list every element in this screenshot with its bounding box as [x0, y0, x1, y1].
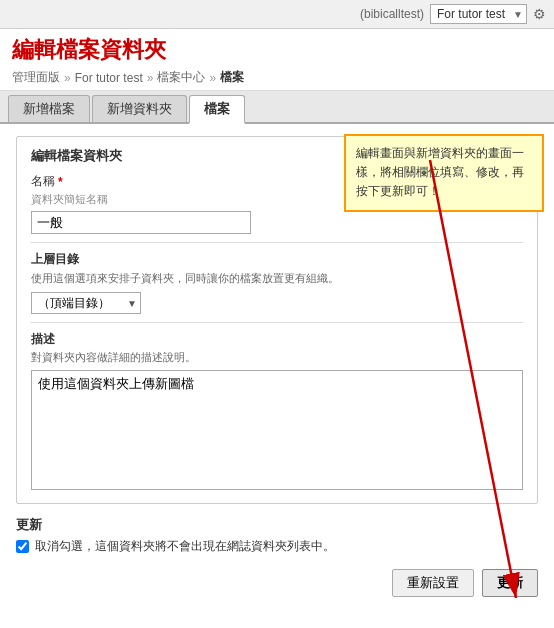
divider-1 [31, 242, 523, 243]
submit-button[interactable]: 更新 [482, 569, 538, 597]
parent-dir-select-wrapper: （頂端目錄） ▼ [31, 292, 141, 314]
action-row: 重新設置 更新 [16, 569, 538, 597]
tab-new-folder[interactable]: 新增資料夾 [92, 95, 187, 122]
breadcrumb-item-1: 管理面版 [12, 69, 60, 86]
name-input[interactable] [31, 211, 251, 234]
update-section: 更新 取消勾選，這個資料夾將不會出現在網誌資料夾列表中。 [16, 516, 538, 555]
breadcrumb-item-3: 檔案中心 [157, 69, 205, 86]
parent-dir-label: 上層目錄 [31, 251, 523, 268]
update-checkbox[interactable] [16, 540, 29, 553]
description-group: 描述 對資料夾內容做詳細的描述說明。 [31, 331, 523, 493]
breadcrumb-sep-1: » [64, 71, 71, 85]
parent-dir-group: 上層目錄 使用這個選項來安排子資料夾，同時讓你的檔案放置更有組織。 （頂端目錄）… [31, 251, 523, 314]
site-select[interactable]: For tutor test [430, 4, 527, 24]
breadcrumb-sep-3: » [209, 71, 216, 85]
tab-new-file[interactable]: 新增檔案 [8, 95, 90, 122]
main-content: 編輯畫面與新增資料夾的畫面一樣，將相關欄位填寫、修改，再按下更新即可！ 編輯檔案… [0, 124, 554, 609]
tab-bar: 新增檔案 新增資料夾 檔案 [0, 91, 554, 124]
site-select-wrapper: For tutor test ▼ [430, 4, 527, 24]
breadcrumb-item-4: 檔案 [220, 69, 244, 86]
breadcrumb-item-2: For tutor test [75, 71, 143, 85]
description-label: 描述 [31, 331, 523, 348]
top-bar: (bibicalltest) For tutor test ▼ ⚙ [0, 0, 554, 29]
page-title: 編輯檔案資料夾 [12, 35, 542, 65]
required-star: * [58, 175, 63, 189]
checkbox-row: 取消勾選，這個資料夾將不會出現在網誌資料夾列表中。 [16, 538, 538, 555]
header: 編輯檔案資料夾 管理面版 » For tutor test » 檔案中心 » 檔… [0, 29, 554, 91]
callout-text: 編輯畫面與新增資料夾的畫面一樣，將相關欄位填寫、修改，再按下更新即可！ [356, 146, 524, 198]
callout-box: 編輯畫面與新增資料夾的畫面一樣，將相關欄位填寫、修改，再按下更新即可！ [344, 134, 544, 212]
description-textarea[interactable] [31, 370, 523, 490]
user-label: (bibicalltest) [360, 7, 424, 21]
parent-dir-hint: 使用這個選項來安排子資料夾，同時讓你的檔案放置更有組織。 [31, 271, 523, 286]
breadcrumb-sep-2: » [147, 71, 154, 85]
description-hint: 對資料夾內容做詳細的描述說明。 [31, 350, 523, 365]
divider-2 [31, 322, 523, 323]
update-label: 更新 [16, 516, 538, 534]
checkbox-text: 取消勾選，這個資料夾將不會出現在網誌資料夾列表中。 [35, 538, 335, 555]
settings-icon[interactable]: ⚙ [533, 6, 546, 22]
parent-dir-select[interactable]: （頂端目錄） [31, 292, 141, 314]
tab-file[interactable]: 檔案 [189, 95, 245, 124]
reset-button[interactable]: 重新設置 [392, 569, 474, 597]
breadcrumb: 管理面版 » For tutor test » 檔案中心 » 檔案 [12, 69, 542, 86]
